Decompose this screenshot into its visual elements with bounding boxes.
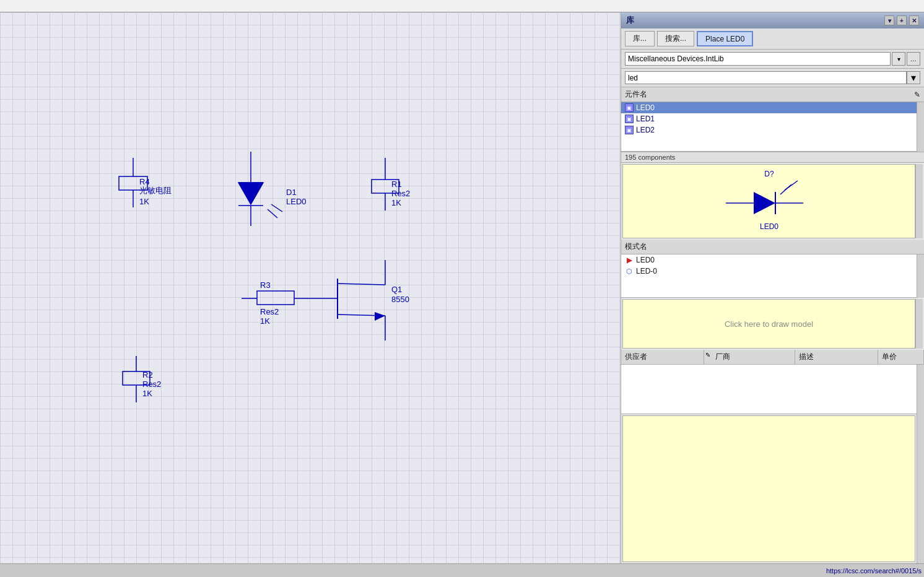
svg-text:1K: 1K (142, 389, 152, 398)
component-R4[interactable]: R4 光敏电阻 1K (119, 158, 172, 207)
bottom-section-wrapper (621, 414, 924, 563)
component-R3[interactable]: R3 Res2 1K (242, 280, 316, 326)
model-item-LED0[interactable]: ▶ LED0 (621, 254, 917, 266)
svg-text:光敏电阻: 光敏电阻 (139, 186, 172, 195)
components-count-text: 195 components (625, 154, 675, 161)
supplier-header: 供应者 ✎ 厂商 描述 单价 (621, 350, 924, 365)
svg-text:Q1: Q1 (391, 285, 402, 294)
draw-model-section: Click here to draw model (622, 299, 923, 349)
svg-text:R2: R2 (142, 370, 153, 380)
bottom-section (622, 415, 915, 562)
svg-text:1K: 1K (260, 316, 270, 326)
lib-more-btn[interactable]: … (907, 52, 920, 66)
component-item-LED2[interactable]: ▣ LED2 (621, 124, 917, 136)
models-list[interactable]: ▶ LED0 ⬡ LED-0 (621, 254, 917, 298)
svg-text:8550: 8550 (391, 295, 409, 304)
models-header-label: 模式名 (625, 241, 647, 252)
svg-line-11 (268, 209, 277, 218)
panel-float-btn[interactable]: + (897, 15, 907, 25)
components-scrollbar[interactable] (917, 102, 924, 152)
draw-model-text: Click here to draw model (725, 319, 813, 329)
supplier-col-header-1: 供应者 (621, 350, 704, 364)
svg-text:R4: R4 (139, 177, 150, 186)
panel-pin-btn[interactable]: ▾ (884, 15, 894, 25)
top-bar (0, 0, 924, 12)
svg-rect-22 (257, 291, 294, 305)
right-panel: 库 ▾ + ✕ 库... 搜索... Place LED0 ▾ … ▾ 元件名 (621, 12, 924, 563)
svg-text:R1: R1 (391, 180, 402, 189)
component-name-LED0: LED0 (636, 103, 655, 112)
panel-header: 库 ▾ + ✕ (621, 12, 924, 28)
component-icon-LED2: ▣ (625, 126, 634, 134)
search-row: ▾ (621, 69, 924, 87)
svg-text:D1: D1 (286, 188, 297, 197)
main-area: R4 光敏电阻 1K D1 LED0 (0, 12, 924, 563)
components-list[interactable]: ▣ LED0 ▣ LED1 ▣ LED2 (621, 102, 917, 152)
model-item-LED-0[interactable]: ⬡ LED-0 (621, 266, 917, 277)
svg-marker-7 (238, 183, 263, 204)
preview-section: D? LED0 (622, 164, 923, 238)
panel-close-btn[interactable]: ✕ (909, 15, 919, 25)
models-header: 模式名 (621, 240, 924, 254)
supplier-edit-icon[interactable]: ✎ (704, 350, 712, 364)
component-icon-LED0: ▣ (625, 103, 634, 112)
panel-header-controls: ▾ + ✕ (884, 15, 919, 25)
place-button[interactable]: Place LED0 (697, 31, 753, 46)
model-name-LED-0: LED-0 (636, 267, 657, 275)
model-name-LED0: LED0 (636, 256, 655, 264)
supplier-scrollbar[interactable] (917, 365, 924, 414)
svg-marker-44 (754, 192, 775, 214)
supplier-col-header-2: 厂商 (712, 350, 795, 364)
svg-line-48 (785, 181, 798, 190)
component-R2[interactable]: R2 Res2 1K (123, 356, 161, 402)
components-header-label: 元件名 (625, 89, 647, 100)
lib-selector-input[interactable] (625, 52, 891, 66)
svg-text:R3: R3 (260, 280, 271, 290)
svg-text:D?: D? (764, 170, 774, 178)
supplier-col-header-3: 描述 (795, 350, 878, 364)
bottom-bar: https://lcsc.com/search#/0015/s (0, 563, 924, 577)
draw-model-area[interactable]: Click here to draw model (622, 299, 915, 349)
svg-line-12 (271, 204, 282, 212)
svg-line-31 (338, 284, 385, 285)
models-scrollbar[interactable] (917, 254, 924, 298)
component-icon-LED1: ▣ (625, 115, 634, 123)
model-sim-icon: ▶ (625, 256, 634, 264)
component-name-LED2: LED2 (636, 126, 655, 134)
component-item-LED0[interactable]: ▣ LED0 (621, 102, 917, 113)
components-section: ▣ LED0 ▣ LED1 ▣ LED2 (621, 102, 924, 152)
component-item-LED1[interactable]: ▣ LED1 (621, 113, 917, 124)
component-Q1[interactable]: Q1 8550 (316, 260, 409, 341)
components-header: 元件名 ✎ (621, 87, 924, 102)
search-dropdown-btn[interactable]: ▾ (907, 71, 920, 84)
draw-model-scrollbar[interactable] (915, 299, 923, 349)
lib-button[interactable]: 库... (625, 31, 655, 46)
search-input[interactable] (625, 71, 907, 84)
components-count: 195 components (621, 152, 924, 163)
supplier-body (621, 365, 917, 414)
svg-text:LED0: LED0 (286, 197, 307, 206)
components-header-edit[interactable]: ✎ (914, 90, 920, 99)
preview-svg: D? LED0 (713, 167, 825, 235)
bottom-scrollbar[interactable] (917, 414, 924, 563)
preview-area[interactable]: D? LED0 (622, 164, 915, 238)
lib-dropdown-btn[interactable]: ▾ (892, 52, 905, 66)
component-D1[interactable]: D1 LED0 (238, 152, 307, 226)
preview-scrollbar[interactable] (915, 164, 923, 238)
svg-text:1K: 1K (139, 197, 149, 206)
search-button[interactable]: 搜索... (657, 31, 694, 46)
model-3d-icon: ⬡ (625, 267, 634, 275)
panel-title: 库 (626, 15, 634, 26)
bottom-bar-url: https://lcsc.com/search#/0015/s (826, 567, 922, 575)
component-R1[interactable]: R1 Res2 1K (372, 158, 410, 210)
svg-text:LED0: LED0 (759, 222, 778, 231)
svg-text:Res2: Res2 (391, 189, 410, 198)
schematic-canvas[interactable]: R4 光敏电阻 1K D1 LED0 (0, 12, 621, 563)
schematic-svg: R4 光敏电阻 1K D1 LED0 (0, 12, 621, 563)
panel-toolbar: 库... 搜索... Place LED0 (621, 28, 924, 50)
svg-text:Res2: Res2 (142, 380, 161, 389)
supplier-col-header-4: 单价 (878, 350, 924, 364)
svg-text:1K: 1K (391, 198, 401, 207)
svg-marker-33 (375, 312, 385, 321)
component-name-LED1: LED1 (636, 115, 655, 123)
